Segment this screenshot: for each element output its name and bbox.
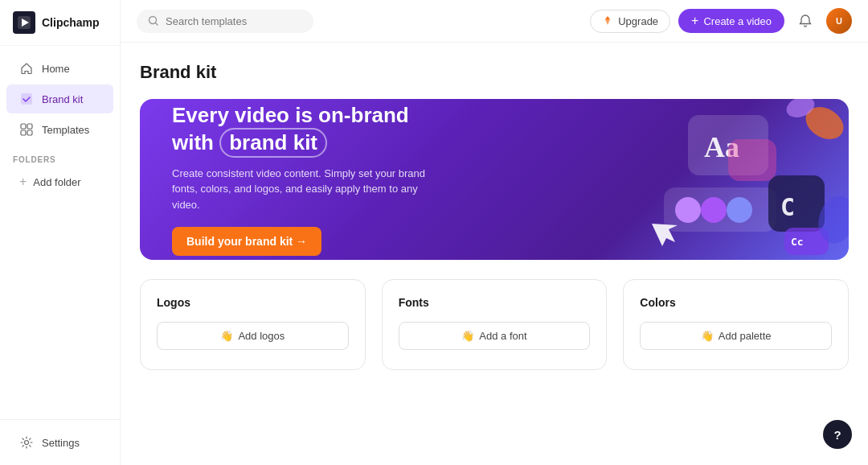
sidebar-item-home[interactable]: Home <box>6 54 113 83</box>
colors-card: Colors 👋 Add palette <box>623 279 849 370</box>
svg-rect-4 <box>27 124 32 129</box>
content-area: Brand kit Every video is on-brand with b… <box>121 43 868 465</box>
add-palette-label: Add palette <box>719 330 772 342</box>
add-font-button[interactable]: 👋 Add a font <box>399 322 591 350</box>
upgrade-button[interactable]: Upgrade <box>590 10 670 33</box>
add-palette-icon: 👋 <box>701 330 714 342</box>
add-logos-label: Add logos <box>238 330 285 342</box>
sidebar-item-templates[interactable]: Templates <box>6 115 113 144</box>
folders-section-label: FOLDERS <box>0 146 120 167</box>
add-palette-button[interactable]: 👋 Add palette <box>640 322 832 350</box>
sidebar-settings-item[interactable]: Settings <box>6 428 113 457</box>
hero-description: Create consistent video content. Simply … <box>172 166 445 213</box>
hero-title-line1: Every video is on-brand <box>172 103 817 128</box>
main-area: Upgrade + Create a video U Brand kit Eve… <box>121 0 868 465</box>
sidebar: Clipchamp Home Brand kit Templates FOLDE… <box>0 0 121 465</box>
fonts-card: Fonts 👋 Add a font <box>382 279 608 370</box>
brand-cards-row: Logos 👋 Add logos Fonts 👋 Add a font Col… <box>140 279 849 370</box>
logo-area: Clipchamp <box>0 0 120 46</box>
add-font-label: Add a font <box>479 330 526 342</box>
sidebar-item-brandkit[interactable]: Brand kit <box>6 84 113 113</box>
sidebar-item-brandkit-label: Brand kit <box>42 93 83 105</box>
create-video-button[interactable]: + Create a video <box>678 9 784 33</box>
svg-rect-2 <box>21 93 32 105</box>
settings-label: Settings <box>42 437 80 449</box>
sidebar-nav: Home Brand kit Templates FOLDERS + Add f… <box>0 46 120 419</box>
logo-icon <box>13 11 35 34</box>
search-box[interactable] <box>137 10 313 33</box>
search-input[interactable] <box>166 15 294 27</box>
add-folder-label: Add folder <box>33 176 80 188</box>
topbar-right: Upgrade + Create a video U <box>590 8 852 34</box>
search-icon <box>148 15 159 27</box>
upgrade-label: Upgrade <box>618 15 658 27</box>
hero-title-line2: with brand kit <box>172 128 817 158</box>
help-button[interactable]: ? <box>823 420 852 449</box>
add-folder-button[interactable]: + Add folder <box>6 169 113 195</box>
add-logos-button[interactable]: 👋 Add logos <box>157 322 349 350</box>
brandkit-icon <box>19 92 34 106</box>
svg-rect-5 <box>21 130 26 135</box>
bell-icon <box>798 14 813 28</box>
hero-banner: Every video is on-brand with brand kit C… <box>140 99 849 260</box>
page-title: Brand kit <box>140 62 849 83</box>
hero-title-highlight: brand kit <box>219 128 327 158</box>
avatar-initials: U <box>836 16 842 26</box>
logos-card-title: Logos <box>157 296 349 309</box>
logos-card: Logos 👋 Add logos <box>140 279 366 370</box>
settings-icon <box>19 435 34 450</box>
plus-icon: + <box>691 14 698 27</box>
topbar: Upgrade + Create a video U <box>121 0 868 43</box>
hero-content: Every video is on-brand with brand kit C… <box>172 103 817 257</box>
svg-point-7 <box>25 441 29 445</box>
hero-cta-button[interactable]: Build your brand kit → <box>172 227 321 256</box>
sidebar-item-home-label: Home <box>42 63 70 75</box>
avatar[interactable]: U <box>826 8 852 34</box>
add-folder-icon: + <box>19 175 27 189</box>
hero-cta-label: Build your brand kit → <box>186 235 307 248</box>
hero-title: Every video is on-brand with brand kit <box>172 103 817 158</box>
add-font-icon: 👋 <box>461 330 474 342</box>
sidebar-bottom: Settings <box>0 419 120 465</box>
create-label: Create a video <box>703 15 772 27</box>
home-icon <box>19 61 34 76</box>
templates-icon <box>19 122 34 137</box>
colors-card-title: Colors <box>640 296 832 309</box>
svg-rect-3 <box>21 124 26 129</box>
svg-rect-6 <box>27 130 32 135</box>
diamond-icon <box>602 15 613 27</box>
add-logos-icon: 👋 <box>220 330 233 342</box>
fonts-card-title: Fonts <box>399 296 591 309</box>
help-label: ? <box>833 428 841 442</box>
logo-text: Clipchamp <box>42 16 100 29</box>
notifications-button[interactable] <box>792 8 818 34</box>
sidebar-item-templates-label: Templates <box>42 124 89 136</box>
hero-title-prefix: with <box>172 130 219 154</box>
